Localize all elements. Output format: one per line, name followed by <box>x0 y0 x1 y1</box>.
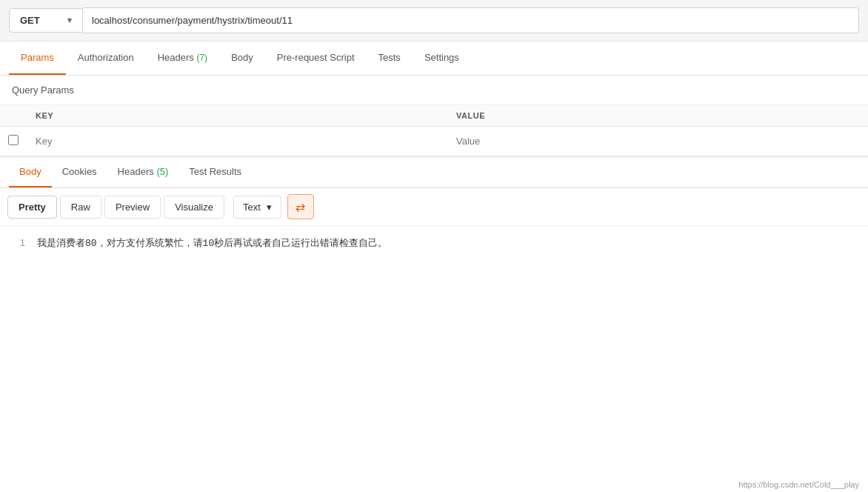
key-cell <box>27 127 447 156</box>
raw-button[interactable]: Raw <box>60 196 101 219</box>
row-checkbox-cell <box>0 127 27 156</box>
query-params-section-title: Query Params <box>0 76 868 105</box>
url-input[interactable] <box>83 7 859 33</box>
params-checkbox-header <box>0 105 27 127</box>
response-tab-test-results[interactable]: Test Results <box>178 157 252 187</box>
tab-authorization[interactable]: Authorization <box>66 41 146 75</box>
tab-headers[interactable]: Headers (7) <box>146 41 219 75</box>
params-table: KEY VALUE <box>0 105 868 156</box>
value-input[interactable] <box>453 130 862 153</box>
pretty-button[interactable]: Pretty <box>7 196 57 219</box>
response-tab-cookies[interactable]: Cookies <box>52 157 107 187</box>
key-input[interactable] <box>33 130 441 153</box>
url-bar: GET ▾ <box>0 0 868 41</box>
tab-tests[interactable]: Tests <box>367 41 413 75</box>
response-tab-body[interactable]: Body <box>9 157 52 187</box>
method-select[interactable]: GET ▾ <box>9 8 83 33</box>
wrap-icon: ⇄ <box>296 200 305 214</box>
response-tab-headers[interactable]: Headers (5) <box>107 157 179 187</box>
line-number: 1 <box>0 237 37 248</box>
preview-button[interactable]: Preview <box>104 196 161 219</box>
request-tabs-row: Params Authorization Headers (7) Body Pr… <box>0 41 868 76</box>
wrap-button[interactable]: ⇄ <box>287 194 314 219</box>
format-toolbar: Pretty Raw Preview Visualize Text ▾ ⇄ <box>0 188 868 226</box>
value-cell <box>447 127 868 156</box>
response-body: 1 我是消费者80，对方支付系统繁忙，请10秒后再试或者自己运行出错请检查自己。 <box>0 226 868 300</box>
visualize-button[interactable]: Visualize <box>164 196 224 219</box>
dropdown-chevron-icon: ▾ <box>267 202 272 213</box>
tab-settings[interactable]: Settings <box>413 41 471 75</box>
tab-pre-request-script[interactable]: Pre-request Script <box>265 41 367 75</box>
response-tabs-row: Body Cookies Headers (5) Test Results <box>0 157 868 188</box>
tab-params[interactable]: Params <box>9 41 66 75</box>
response-line: 1 我是消费者80，对方支付系统繁忙，请10秒后再试或者自己运行出错请检查自己。 <box>0 233 868 253</box>
value-column-header: VALUE <box>447 105 868 127</box>
tab-body[interactable]: Body <box>219 41 265 75</box>
text-format-dropdown[interactable]: Text ▾ <box>233 196 281 219</box>
method-label: GET <box>20 15 40 26</box>
key-column-header: KEY <box>27 105 447 127</box>
line-content: 我是消费者80，对方支付系统繁忙，请10秒后再试或者自己运行出错请检查自己。 <box>37 236 387 250</box>
method-chevron: ▾ <box>67 16 72 25</box>
row-checkbox[interactable] <box>8 135 19 145</box>
table-row <box>0 127 868 156</box>
